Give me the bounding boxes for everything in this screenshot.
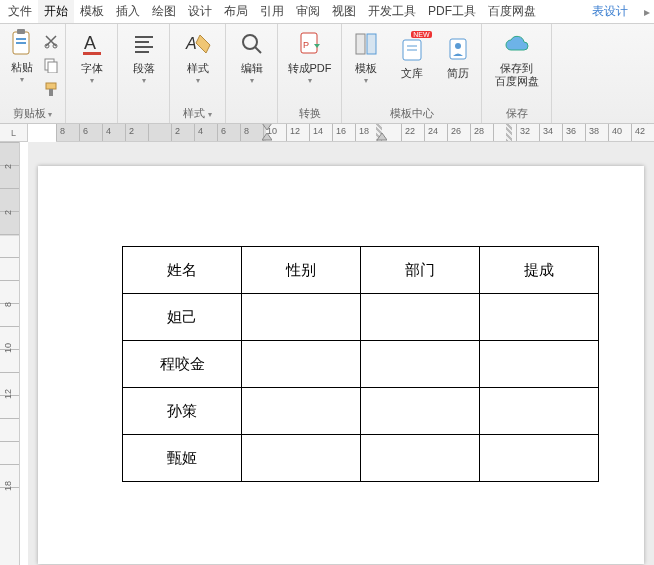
cut-button[interactable] — [42, 32, 60, 50]
ruler-h-tick — [148, 124, 171, 141]
left-indent-marker[interactable] — [262, 133, 272, 142]
tab-home[interactable]: 开始 — [38, 0, 74, 23]
copy-button[interactable] — [42, 56, 60, 74]
table-header-cell[interactable]: 部门 — [361, 247, 480, 294]
paragraph-button[interactable]: 段落 ▾ — [121, 28, 167, 85]
ruler-h-tick: 8 — [240, 124, 263, 141]
document-table[interactable]: 姓名 性别 部门 提成 妲己 程咬金 孙策 甄姬 — [122, 246, 599, 482]
svg-point-17 — [243, 35, 257, 49]
search-icon — [238, 30, 266, 58]
font-button[interactable]: A 字体 ▾ — [69, 28, 115, 85]
tab-pdf[interactable]: PDF工具 — [422, 0, 482, 23]
ruler-horizontal[interactable]: 8642246810121416182224262832343638404244 — [56, 124, 654, 142]
table-cell[interactable] — [480, 294, 599, 341]
table-row[interactable]: 程咬金 — [123, 341, 599, 388]
ruler-v-tick: 2 — [0, 165, 19, 188]
tabs-scroll-right-icon[interactable]: ▸ — [640, 5, 654, 19]
group-save-cloud: 保存到百度网盘 保存 — [482, 24, 552, 123]
library-label: 文库 — [401, 67, 423, 80]
tab-draw[interactable]: 绘图 — [146, 0, 182, 23]
table-cell[interactable] — [361, 388, 480, 435]
pdf-icon: P — [296, 30, 324, 58]
group-label-styles[interactable]: 样式 — [170, 106, 225, 121]
tab-insert[interactable]: 插入 — [110, 0, 146, 23]
svg-rect-2 — [16, 38, 26, 40]
table-cell[interactable]: 程咬金 — [123, 341, 242, 388]
tab-table-design[interactable]: 表设计 — [586, 0, 634, 23]
ruler-h-tick: 6 — [79, 124, 102, 141]
tab-baidu[interactable]: 百度网盘 — [482, 0, 542, 23]
table-header-cell[interactable]: 性别 — [242, 247, 361, 294]
ruler-h-tick — [493, 124, 516, 141]
ruler-v-tick — [0, 280, 19, 303]
table-cell[interactable] — [361, 294, 480, 341]
tab-file[interactable]: 文件 — [2, 0, 38, 23]
ruler-h-tick: 2 — [125, 124, 148, 141]
font-dropdown-icon: ▾ — [90, 76, 94, 85]
right-indent-marker[interactable] — [377, 133, 387, 142]
template-button[interactable]: 模板 ▾ — [343, 28, 389, 85]
ruler-v-tick — [0, 142, 19, 165]
table-cell[interactable] — [242, 294, 361, 341]
table-cell[interactable]: 甄姬 — [123, 435, 242, 482]
table-cell[interactable] — [480, 341, 599, 388]
tab-layout[interactable]: 布局 — [218, 0, 254, 23]
editing-button[interactable]: 编辑 ▾ — [229, 28, 275, 85]
resume-label: 简历 — [447, 67, 469, 80]
tab-view[interactable]: 视图 — [326, 0, 362, 23]
table-cell[interactable] — [242, 341, 361, 388]
svg-rect-22 — [367, 34, 376, 54]
table-cell[interactable] — [480, 435, 599, 482]
styles-icon: A — [184, 30, 212, 58]
paste-button[interactable]: 粘贴 ▾ — [6, 28, 38, 98]
group-clipboard: 粘贴 ▾ 剪贴板 — [0, 24, 66, 123]
ruler-h-tick: 12 — [286, 124, 309, 141]
first-line-indent-marker[interactable] — [262, 124, 272, 133]
svg-rect-21 — [356, 34, 365, 54]
ribbon: 粘贴 ▾ 剪贴板 A 字体 ▾ 段落 ▾ A 样式 — [0, 24, 654, 124]
group-paragraph: 段落 ▾ — [118, 24, 170, 123]
ruler-v-tick: 8 — [0, 303, 19, 326]
template-label: 模板 — [355, 62, 377, 75]
svg-point-27 — [455, 43, 461, 49]
ruler-h-tick: 32 — [516, 124, 539, 141]
table-cell[interactable] — [361, 435, 480, 482]
table-cell[interactable]: 妲己 — [123, 294, 242, 341]
group-label-clipboard[interactable]: 剪贴板 — [0, 106, 65, 121]
format-painter-button[interactable] — [42, 80, 60, 98]
table-cell[interactable] — [361, 341, 480, 388]
editing-label: 编辑 — [241, 62, 263, 75]
table-cell[interactable] — [480, 388, 599, 435]
table-cell[interactable]: 孙策 — [123, 388, 242, 435]
tab-design[interactable]: 设计 — [182, 0, 218, 23]
table-header-row[interactable]: 姓名 性别 部门 提成 — [123, 247, 599, 294]
svg-marker-29 — [262, 133, 272, 140]
table-row[interactable]: 孙策 — [123, 388, 599, 435]
paste-dropdown-icon: ▾ — [20, 75, 24, 84]
ruler-h-tick: 34 — [539, 124, 562, 141]
resume-button[interactable]: 简历 — [435, 28, 481, 85]
svg-marker-30 — [377, 133, 387, 140]
ruler-v-tick: 12 — [0, 395, 19, 418]
ruler-vertical[interactable]: 228101218 — [0, 142, 20, 565]
document-page[interactable]: 姓名 性别 部门 提成 妲己 程咬金 孙策 甄姬 — [38, 166, 644, 564]
tab-developer[interactable]: 开发工具 — [362, 0, 422, 23]
tab-template[interactable]: 模板 — [74, 0, 110, 23]
convert-pdf-button[interactable]: P 转成PDF ▾ — [282, 28, 338, 85]
table-row[interactable]: 妲己 — [123, 294, 599, 341]
ruler-corner: L — [0, 124, 28, 142]
table-header-cell[interactable]: 提成 — [480, 247, 599, 294]
styles-label: 样式 — [187, 62, 209, 75]
ruler-h-tick: 26 — [447, 124, 470, 141]
table-cell[interactable] — [242, 435, 361, 482]
tab-review[interactable]: 审阅 — [290, 0, 326, 23]
table-cell[interactable] — [242, 388, 361, 435]
table-row[interactable]: 甄姬 — [123, 435, 599, 482]
ruler-h-tick: 4 — [194, 124, 217, 141]
tab-references[interactable]: 引用 — [254, 0, 290, 23]
save-cloud-button[interactable]: 保存到百度网盘 — [486, 28, 548, 88]
styles-button[interactable]: A 样式 ▾ — [175, 28, 221, 85]
library-button[interactable]: NEW 文库 — [389, 28, 435, 85]
table-header-cell[interactable]: 姓名 — [123, 247, 242, 294]
ruler-h-tick: 38 — [585, 124, 608, 141]
